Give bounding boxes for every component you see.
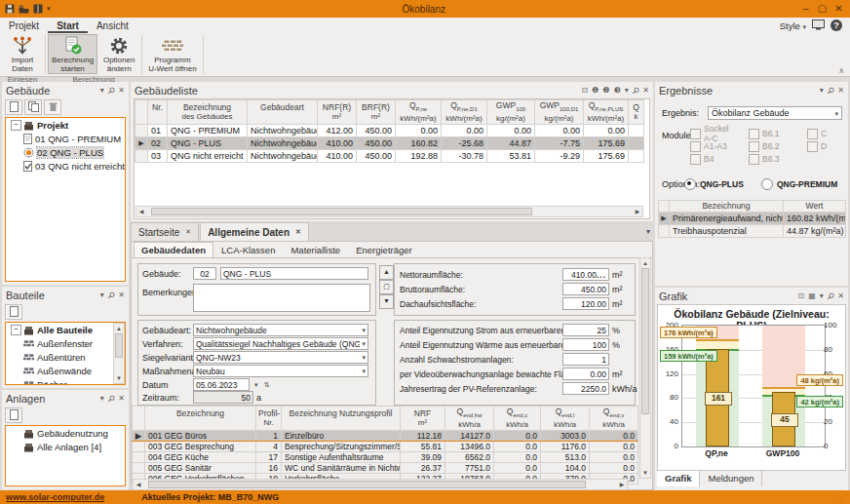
tree-item[interactable]: Gebäudenutzung bbox=[6, 426, 125, 440]
row-selector[interactable]: ▶ bbox=[133, 430, 145, 441]
option-qng-plus[interactable]: QNG-PLUS bbox=[684, 178, 744, 190]
table-row[interactable]: 004 GEG Küche17Sonstige Aufenthaltsräume… bbox=[133, 451, 638, 462]
berechnung-starten-button[interactable]: Berechnungstarten bbox=[48, 34, 97, 74]
tab-list-icon[interactable]: ▾ bbox=[646, 227, 650, 236]
record-window-button[interactable]: ▢ bbox=[379, 280, 394, 294]
column-header[interactable]: Bezeichnung Nutzungsprofil bbox=[282, 407, 401, 431]
tab-startseite[interactable]: Startseite✕ bbox=[131, 222, 199, 241]
close-button[interactable]: ✕ bbox=[831, 0, 847, 18]
table-row[interactable]: Treibhauspotenzial44.87 kg/(m²a) bbox=[659, 225, 846, 238]
tree-item[interactable]: Außentüren bbox=[6, 350, 125, 364]
subtab-gebäudedaten[interactable]: Gebäudedaten bbox=[134, 242, 213, 257]
checkbox-icon[interactable] bbox=[807, 129, 818, 139]
optionen-aendern-button[interactable]: Optionenändern bbox=[98, 34, 139, 74]
tree-item[interactable]: Dächer bbox=[6, 377, 125, 385]
table-row[interactable]: 005 GEG Sanitär16WC und Sanitärräume in … bbox=[133, 462, 638, 473]
checkbox-icon[interactable] bbox=[749, 154, 759, 165]
scroll-arrow[interactable]: ▲ bbox=[640, 258, 650, 268]
panel-pin-icon[interactable]: ⚲ bbox=[825, 291, 836, 302]
scroll-arrow[interactable]: ▶ bbox=[633, 207, 642, 216]
panel-pin-icon[interactable]: ⚲ bbox=[105, 290, 117, 301]
tree-item[interactable]: Alle Anlagen [4] bbox=[6, 440, 125, 453]
table-row[interactable]: ▶02QNG - PLUSNichtwohngebäude410.00450.0… bbox=[135, 136, 644, 149]
minimize-button[interactable]: – bbox=[797, 0, 814, 18]
nutzung-hscrollbar[interactable]: ◀▶ bbox=[133, 479, 628, 490]
column-header[interactable]: GWP100kg/(m²a) bbox=[487, 100, 535, 125]
column-header[interactable]: NRF(R)m² bbox=[318, 100, 357, 125]
table-row[interactable]: ▶Primärenergieaufwand, nicht erneuerbar1… bbox=[659, 213, 846, 225]
scroll-thumb[interactable] bbox=[115, 333, 123, 358]
row-selector[interactable] bbox=[135, 149, 148, 162]
panel-pin-icon[interactable]: ⚲ bbox=[105, 393, 117, 405]
pv-field[interactable]: 2250.0 bbox=[562, 382, 609, 395]
checkbox-icon[interactable] bbox=[807, 141, 818, 152]
maximize-button[interactable]: ▢ bbox=[814, 0, 831, 18]
checkbox-icon[interactable] bbox=[690, 141, 701, 152]
column-header[interactable]: Bezeichnung bbox=[670, 201, 784, 213]
row-selector[interactable] bbox=[659, 225, 670, 238]
column-header[interactable]: Qend,ckWh/a bbox=[494, 407, 541, 431]
resize-grip[interactable]: ⋰ bbox=[839, 493, 847, 502]
menu-item-ansicht[interactable]: Ansicht bbox=[88, 18, 137, 33]
open-project-icon[interactable] bbox=[19, 5, 29, 14]
prev-record-button[interactable]: ▲ bbox=[379, 265, 394, 280]
tree-item[interactable]: −Alle Bauteile bbox=[6, 323, 125, 336]
collapse-ribbon-icon[interactable]: ∧ bbox=[838, 66, 844, 75]
scroll-arrow[interactable]: ▶ bbox=[617, 480, 627, 489]
scroll-thumb[interactable] bbox=[641, 268, 649, 414]
tab-grafik[interactable]: Grafik bbox=[657, 471, 700, 486]
panel-close-icon[interactable]: ✕ bbox=[118, 291, 125, 299]
dach-field[interactable]: 120.00 bbox=[562, 297, 609, 310]
column-header[interactable]: Qend,hwkWh/a bbox=[445, 407, 494, 431]
tree-item[interactable]: −Projekt bbox=[6, 118, 125, 132]
column-header[interactable]: NRFm² bbox=[401, 407, 445, 431]
column-header[interactable]: GWP100,D1kg/(m²a) bbox=[535, 100, 584, 125]
menu-item-projekt[interactable]: Projekt bbox=[0, 18, 48, 33]
datum-dropdown-icon[interactable]: ▾ bbox=[254, 381, 258, 389]
scroll-thumb[interactable] bbox=[151, 208, 532, 215]
column-header[interactable]: Qend,lkWh/a bbox=[541, 407, 590, 431]
video-field[interactable]: 0.00 bbox=[562, 368, 609, 380]
delete-building-button[interactable] bbox=[44, 99, 61, 115]
menu-item-start[interactable]: Start bbox=[48, 18, 88, 33]
panel-close-icon[interactable]: ✕ bbox=[837, 86, 844, 95]
checkbox-icon[interactable] bbox=[690, 129, 701, 139]
subtab-energieträger[interactable]: Energieträger bbox=[348, 242, 420, 257]
programm-uwert-button[interactable]: ProgrammU-Wert öffnen bbox=[144, 34, 201, 74]
scroll-arrow[interactable]: ▼ bbox=[640, 468, 650, 478]
tree-item[interactable]: 03 QNG nicht erreicht bbox=[6, 159, 125, 173]
column-header[interactable]: Profil-Nr. bbox=[256, 407, 282, 431]
massnahmenart-select[interactable]: Neubau▾ bbox=[193, 365, 368, 377]
radio-icon[interactable] bbox=[684, 178, 696, 190]
verfahren-select[interactable]: Qualitätssiegel Nachhaltiges Gebäude (QN… bbox=[193, 337, 368, 350]
panel-dock-icon[interactable]: ⊡ bbox=[581, 86, 588, 95]
table-row[interactable]: 03QNG nicht erreichtNichtwohngebäude410.… bbox=[135, 149, 644, 162]
panel-close-icon[interactable]: ✕ bbox=[118, 86, 125, 95]
new-anlage-button[interactable] bbox=[5, 407, 22, 423]
panel-menu-icon[interactable]: ▾ bbox=[820, 86, 824, 95]
form-vscrollbar[interactable]: ▲▼ bbox=[639, 257, 651, 479]
layout-1-icon[interactable]: ❶ bbox=[592, 86, 599, 95]
checkbox-icon[interactable] bbox=[749, 141, 759, 152]
waerme-field[interactable]: 100 bbox=[562, 338, 609, 351]
checkbox-icon[interactable] bbox=[749, 129, 759, 139]
option-qng-premium[interactable]: QNG-PREMIUM bbox=[761, 178, 837, 190]
scroll-arrow[interactable]: ▼ bbox=[114, 373, 124, 383]
ergebnis-select[interactable]: Ökobilanz Gebäude▾ bbox=[708, 106, 842, 120]
strom-field[interactable]: 25 bbox=[562, 324, 609, 336]
column-header[interactable]: Nr. bbox=[148, 100, 168, 125]
scroll-thumb[interactable] bbox=[148, 481, 586, 488]
column-header[interactable]: BRF(R)m² bbox=[357, 100, 396, 125]
column-header[interactable]: Gebäudeart bbox=[248, 100, 318, 125]
panel-pin-icon[interactable]: ⚲ bbox=[825, 85, 836, 97]
scroll-arrow[interactable]: ◀ bbox=[136, 207, 146, 216]
save-icon[interactable] bbox=[5, 4, 15, 14]
tree-item[interactable]: 02 QNG - PLUS bbox=[6, 145, 125, 159]
gebaeudeliste-hscrollbar[interactable]: ◀▶ bbox=[135, 206, 643, 217]
row-selector[interactable]: ▶ bbox=[135, 136, 148, 149]
datum-field[interactable]: 05.06.2023 bbox=[193, 378, 250, 391]
panel-menu-icon[interactable]: ▾ bbox=[820, 291, 824, 300]
panel-pin-icon[interactable]: ⚲ bbox=[630, 85, 641, 97]
panel-dock-icon[interactable]: ⊡ bbox=[797, 291, 804, 300]
scroll-arrow[interactable]: ▲ bbox=[114, 324, 124, 333]
